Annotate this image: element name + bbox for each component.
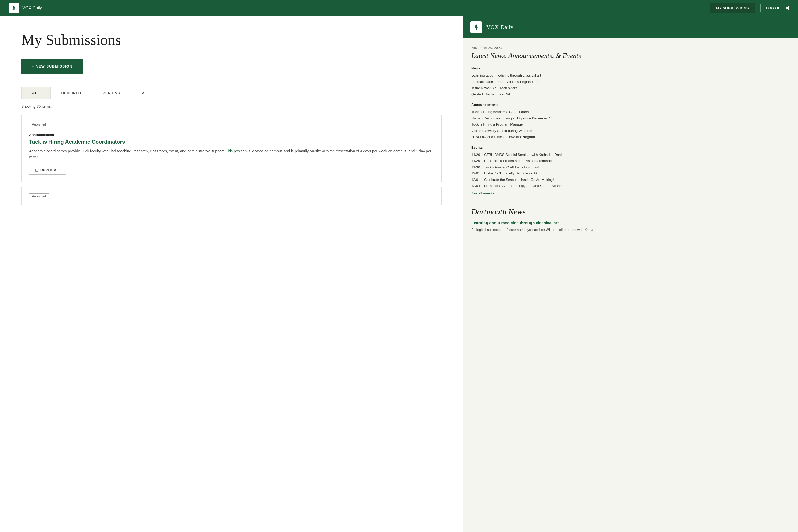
published-badge-2: Published (29, 193, 49, 199)
nav-left: D VOX Daily (8, 3, 42, 13)
top-navigation: D VOX Daily MY SUBMISSIONS LOG OUT (0, 0, 798, 16)
right-header-title: VOX Daily (486, 24, 513, 31)
svg-rect-4 (14, 8, 14, 10)
nav-site-title: VOX Daily (22, 5, 42, 11)
section-divider (471, 203, 790, 203)
duplicate-icon (35, 168, 38, 172)
my-submissions-button[interactable]: MY SUBMISSIONS (710, 3, 755, 13)
nav-right: MY SUBMISSIONS LOG OUT (710, 3, 790, 13)
right-header: VOX Daily (463, 16, 798, 38)
list-item: 2024 Law and Ethics Fellowship Program (471, 134, 790, 140)
svg-rect-9 (476, 28, 477, 30)
dartmouth-logo: D (8, 3, 19, 13)
list-item: Tuck is Hiring Academic Coordinators (471, 109, 790, 115)
logout-button[interactable]: LOG OUT (766, 6, 790, 10)
list-item: 12/04 Harnessing AI - Internship, Job, a… (471, 183, 790, 189)
right-content: November 29, 2023 Latest News, Announcem… (463, 38, 798, 240)
events-section-heading: Events (471, 146, 790, 150)
tab-partial[interactable]: A... (131, 87, 159, 99)
list-item: Football places four on All-New England … (471, 79, 790, 85)
duplicate-button-1[interactable]: DUPLICATE (29, 165, 66, 175)
dartmouth-article-body-1: Biological sciences professor and physic… (471, 227, 790, 232)
list-item: Quoted: Rachel Freer '24 (471, 91, 790, 98)
card-title-1[interactable]: Tuck is Hiring Academic Coordinators (29, 139, 434, 145)
tab-all[interactable]: ALL (22, 87, 51, 99)
card-type-1: Announcement (29, 133, 434, 137)
list-item: Tuck is Hiring a Program Manager (471, 121, 790, 128)
see-all-events-link[interactable]: See all events (471, 191, 790, 195)
right-panel: VOX Daily November 29, 2023 Latest News,… (463, 16, 798, 532)
right-logo-icon (472, 23, 480, 32)
dartmouth-article-title-1[interactable]: Learning about medicine through classica… (471, 221, 790, 225)
new-submission-button[interactable]: + NEW SUBMISSION (21, 59, 83, 74)
card-body-1: Academic coordinators provide Tuck facul… (29, 148, 434, 160)
submission-card-2: Published (21, 187, 441, 205)
list-item: 11/29 PhD Thesis Presentation - Natasha … (471, 158, 790, 164)
newsletter-date: November 29, 2023 (471, 46, 790, 50)
tab-declined[interactable]: DECLINED (51, 87, 92, 99)
dartmouth-news-heading: Dartmouth News (471, 207, 790, 216)
left-panel: My Submissions + NEW SUBMISSION ALL DECL… (0, 16, 463, 532)
page-title: My Submissions (21, 32, 441, 49)
news-list: Learning about medicine through classica… (471, 72, 790, 97)
published-badge-1: Published (29, 121, 49, 128)
events-list: 11/29 CTBH/BMDS Special Seminar with Kat… (471, 152, 790, 189)
list-item: Learning about medicine through classica… (471, 72, 790, 79)
list-item: 11/29 CTBH/BMDS Special Seminar with Kat… (471, 152, 790, 158)
tabs-row: ALL DECLINED PENDING A... (21, 87, 159, 99)
list-item: 11/30 Tuck's Annual Craft Fair - tomorro… (471, 164, 790, 171)
list-item: Human Resources closing at 12 pm on Dece… (471, 115, 790, 121)
main-layout: My Submissions + NEW SUBMISSION ALL DECL… (0, 16, 798, 532)
newsletter-heading: Latest News, Announcements, & Events (471, 52, 790, 60)
tab-pending[interactable]: PENDING (92, 87, 131, 99)
announcements-list: Tuck is Hiring Academic Coordinators Hum… (471, 109, 790, 140)
showing-items-text: Showing 30 items. (21, 104, 441, 109)
announcements-section-heading: Announcements (471, 103, 790, 107)
nav-divider (760, 4, 761, 12)
list-item: Visit the Jewelry Studio during Winterim… (471, 128, 790, 134)
logout-icon (785, 6, 790, 10)
list-item: 12/01 Friday 12/1: Faculty Seminar on G (471, 170, 790, 177)
news-section-heading: News (471, 66, 790, 70)
list-item: In the News: Big Green skiers (471, 85, 790, 91)
right-logo (470, 21, 482, 33)
list-item: 12/01 Celebrate the Season: Hands-On Art… (471, 177, 790, 183)
submission-card-1: Published Announcement Tuck is Hiring Ac… (21, 115, 441, 183)
